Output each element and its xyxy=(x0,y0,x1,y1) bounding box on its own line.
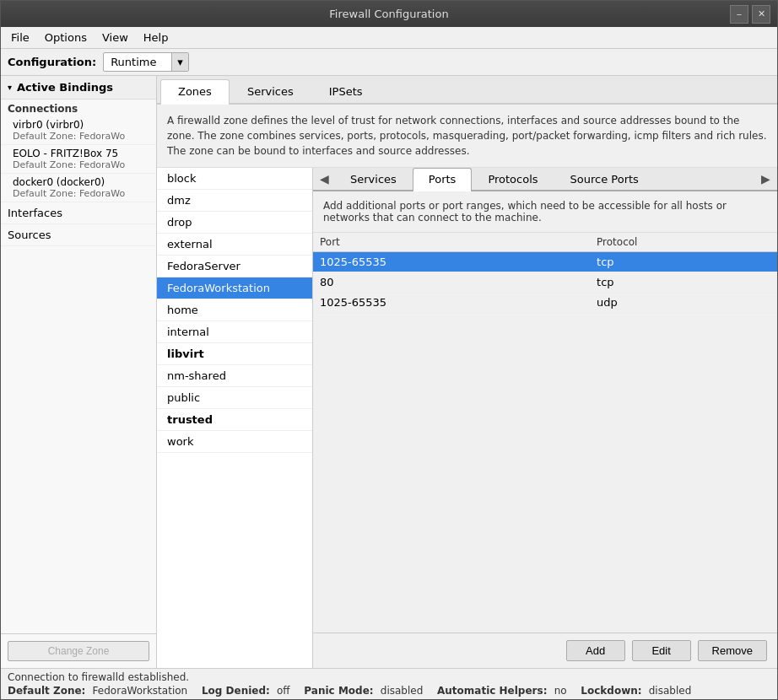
port-value: 80 xyxy=(313,272,590,293)
col-port: Port xyxy=(313,233,590,252)
config-label: Configuration: xyxy=(8,56,96,68)
add-button[interactable]: Add xyxy=(566,640,625,661)
menubar: File Options View Help xyxy=(1,27,777,49)
toolbar: Configuration: Runtime ▾ xyxy=(1,49,777,76)
tab-services-inner[interactable]: Services xyxy=(334,168,413,190)
inner-tabs: Services Ports Protocols Source Ports xyxy=(334,168,756,190)
close-button[interactable]: ✕ xyxy=(752,5,770,24)
protocol-value: tcp xyxy=(590,272,777,293)
tab-ports[interactable]: Ports xyxy=(413,168,473,191)
connection-eolo[interactable]: EOLO - FRITZ!Box 75 Default Zone: Fedora… xyxy=(1,145,156,174)
menu-file[interactable]: File xyxy=(4,29,36,46)
log-denied-value: off xyxy=(277,685,290,697)
zone-content: block dmz drop external FedoraServer Fed… xyxy=(157,168,777,668)
zone-trusted[interactable]: trusted xyxy=(157,409,312,431)
zone-fedoraworkstation[interactable]: FedoraWorkstation xyxy=(157,277,312,299)
config-arrow[interactable]: ▾ xyxy=(171,53,188,71)
ports-table: Port Protocol 1025-65535 tcp 8 xyxy=(313,233,777,313)
protocol-value: udp xyxy=(590,293,777,313)
statusbar: Connection to firewalld established. Def… xyxy=(1,668,777,699)
tab-source-ports[interactable]: Source Ports xyxy=(554,168,655,190)
helpers-label: Automatic Helpers: xyxy=(437,685,547,697)
connection-virbr0-name: virbr0 (virbr0) xyxy=(13,119,149,131)
zone-details: ◀ Services Ports Protocols Source Ports … xyxy=(313,168,777,668)
zone-home[interactable]: home xyxy=(157,299,312,321)
default-zone-label: Default Zone: xyxy=(8,685,85,697)
statusbar-connection: Connection to firewalld established. xyxy=(8,671,770,683)
config-value: Runtime xyxy=(104,53,171,71)
lockdown-label: Lockdown: xyxy=(581,685,641,697)
minimize-button[interactable]: − xyxy=(730,5,748,24)
active-bindings-arrow: ▾ xyxy=(8,83,12,92)
window-title: Firewall Configuration xyxy=(8,8,770,20)
panic-label: Panic Mode: xyxy=(304,685,373,697)
sidebar-item-sources[interactable]: Sources xyxy=(1,224,156,246)
connection-virbr0-sub: Default Zone: FedoraWo xyxy=(13,131,149,142)
zone-actions: Add Edit Remove xyxy=(313,633,777,668)
log-denied-label: Log Denied: xyxy=(202,685,270,697)
col-protocol: Protocol xyxy=(590,233,777,252)
lockdown-value: disabled xyxy=(649,685,692,697)
connections-label: Connections xyxy=(1,100,156,116)
tab-prev-button[interactable]: ◀ xyxy=(315,169,334,189)
active-bindings-header[interactable]: ▾ Active Bindings xyxy=(1,76,156,100)
inner-tab-bar: ◀ Services Ports Protocols Source Ports … xyxy=(313,168,777,191)
zone-internal[interactable]: internal xyxy=(157,321,312,343)
menu-view[interactable]: View xyxy=(95,29,135,46)
table-row[interactable]: 80 tcp xyxy=(313,272,777,293)
sidebar: ▾ Active Bindings Connections virbr0 (vi… xyxy=(1,76,157,668)
zone-nm-shared[interactable]: nm-shared xyxy=(157,365,312,387)
connection-docker0-name: docker0 (docker0) xyxy=(13,176,149,188)
zone-description: A firewalld zone defines the level of tr… xyxy=(157,105,777,168)
main-content: ▾ Active Bindings Connections virbr0 (vi… xyxy=(1,76,777,668)
content-area: Zones Services IPSets A firewalld zone d… xyxy=(157,76,777,668)
connection-virbr0[interactable]: virbr0 (virbr0) Default Zone: FedoraWo xyxy=(1,116,156,145)
default-zone-value: FedoraWorkstation xyxy=(93,685,188,697)
zone-work[interactable]: work xyxy=(157,431,312,453)
connection-docker0[interactable]: docker0 (docker0) Default Zone: FedoraWo xyxy=(1,174,156,202)
connection-eolo-sub: Default Zone: FedoraWo xyxy=(13,159,149,170)
port-value: 1025-65535 xyxy=(313,252,590,272)
zone-block[interactable]: block xyxy=(157,168,312,190)
zone-public[interactable]: public xyxy=(157,387,312,409)
ports-description: Add additional ports or port ranges, whi… xyxy=(313,191,777,233)
tab-next-button[interactable]: ▶ xyxy=(756,169,775,189)
tab-services-top[interactable]: Services xyxy=(230,79,311,103)
statusbar-details: Default Zone: FedoraWorkstation Log Deni… xyxy=(8,685,770,697)
sidebar-bottom: Change Zone xyxy=(1,633,156,668)
helpers-value: no xyxy=(554,685,567,697)
zone-dmz[interactable]: dmz xyxy=(157,190,312,212)
tab-zones[interactable]: Zones xyxy=(160,79,230,105)
zone-drop[interactable]: drop xyxy=(157,212,312,234)
change-zone-button[interactable]: Change Zone xyxy=(8,641,149,661)
zone-libvirt[interactable]: libvirt xyxy=(157,343,312,365)
remove-button[interactable]: Remove xyxy=(698,640,767,661)
panic-value: disabled xyxy=(381,685,424,697)
tab-protocols[interactable]: Protocols xyxy=(472,168,554,190)
config-dropdown[interactable]: Runtime ▾ xyxy=(103,52,189,72)
tab-ipsets[interactable]: IPSets xyxy=(311,79,381,103)
ports-table-area[interactable]: Port Protocol 1025-65535 tcp 8 xyxy=(313,233,777,633)
top-tab-bar: Zones Services IPSets xyxy=(157,76,777,105)
sidebar-item-interfaces[interactable]: Interfaces xyxy=(1,202,156,224)
table-row[interactable]: 1025-65535 tcp xyxy=(313,252,777,272)
menu-options[interactable]: Options xyxy=(38,29,94,46)
zone-fedoraserver[interactable]: FedoraServer xyxy=(157,256,312,277)
connection-docker0-sub: Default Zone: FedoraWo xyxy=(13,188,149,199)
window-controls: − ✕ xyxy=(730,5,770,24)
port-value: 1025-65535 xyxy=(313,293,590,313)
menu-help[interactable]: Help xyxy=(137,29,176,46)
active-bindings-label: Active Bindings xyxy=(17,81,113,94)
connection-eolo-name: EOLO - FRITZ!Box 75 xyxy=(13,148,149,159)
zone-list: block dmz drop external FedoraServer Fed… xyxy=(157,168,313,668)
table-row[interactable]: 1025-65535 udp xyxy=(313,293,777,313)
zone-external[interactable]: external xyxy=(157,234,312,256)
connections-section: Connections virbr0 (virbr0) Default Zone… xyxy=(1,100,156,633)
protocol-value: tcp xyxy=(590,252,777,272)
titlebar: Firewall Configuration − ✕ xyxy=(1,1,777,27)
edit-button[interactable]: Edit xyxy=(632,640,691,661)
main-window: Firewall Configuration − ✕ File Options … xyxy=(0,0,778,700)
